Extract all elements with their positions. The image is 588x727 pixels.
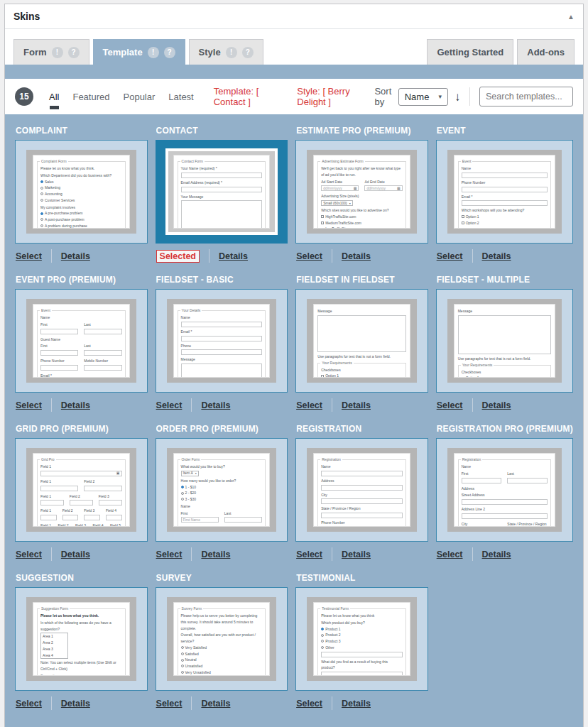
filter-all[interactable]: All — [49, 92, 59, 102]
details-link[interactable]: Details — [342, 699, 371, 709]
preview-label: Last — [224, 510, 262, 517]
details-link[interactable]: Details — [201, 699, 230, 709]
preview-fieldset: Complaint FormPlease let us know what yo… — [37, 161, 126, 229]
template-thumbnail: Complaint FormPlease let us know what yo… — [15, 140, 148, 244]
card-title: GRID PRO (PREMIUM) — [16, 424, 148, 434]
preview-input — [321, 652, 403, 657]
radio-icon — [40, 187, 43, 190]
radio-icon — [181, 671, 184, 674]
details-link[interactable]: Details — [61, 400, 90, 410]
links-divider — [191, 547, 192, 561]
tab-label: Getting Started — [437, 47, 503, 58]
details-link[interactable]: Details — [61, 699, 90, 709]
template-card-contact: CONTACTContact FormYour Name (required) … — [156, 126, 288, 263]
details-link[interactable]: Details — [61, 251, 90, 261]
card-title: CONTACT — [156, 126, 288, 136]
tab-add-ons[interactable]: Add-ons — [517, 39, 575, 65]
preview-column: Field 1 — [40, 507, 57, 522]
alert-badge-icon[interactable]: ! — [226, 47, 237, 58]
preview-label: Advertising Size (pixels) — [321, 193, 403, 199]
help-badge-icon[interactable]: ? — [68, 47, 80, 58]
form-preview: Grid ProField 1▣Field 1Field 2Field 1Fie… — [33, 453, 130, 527]
collapse-icon[interactable]: ▲ — [567, 13, 575, 21]
help-badge-icon[interactable]: ? — [164, 47, 175, 58]
select-link[interactable]: Select — [296, 400, 322, 410]
card-links: SelectDetails — [436, 249, 573, 263]
tabs-right: Getting StartedAdd-ons — [427, 39, 575, 65]
card-links: SelectDetails — [15, 398, 148, 412]
preview-radio: A pre-purchase problem — [40, 210, 122, 217]
select-link[interactable]: Select — [437, 400, 463, 410]
card-title: REGISTRATION — [296, 424, 428, 434]
template-thumbnail: RegistrationNameFirstLastAddressStreet A… — [436, 438, 573, 542]
template-card-registration-pro-premium: REGISTRATION PRO (PREMIUM)RegistrationNa… — [436, 424, 573, 561]
option-label: Unsatisfied — [185, 663, 203, 669]
select-link[interactable]: Select — [296, 251, 322, 261]
preview-columns: Field 1Field 2Field 3Field 4Field 5 — [40, 522, 122, 527]
help-badge-icon[interactable]: ? — [242, 47, 254, 58]
sort-direction-icon[interactable]: ↓ — [454, 91, 461, 103]
details-link[interactable]: Details — [482, 550, 511, 559]
tab-style[interactable]: Style!? — [189, 39, 263, 65]
panel-title: Skins — [13, 11, 40, 22]
select-link[interactable]: Select — [296, 550, 322, 559]
preview-input — [321, 513, 403, 518]
preview-legend: Suggestion Form — [40, 606, 70, 612]
filter-latest[interactable]: Latest — [168, 92, 193, 102]
form-preview: Suggestion FormPlease let us know what y… — [33, 602, 130, 676]
template-thumbnail: Advertising Estimate FormWe'll get back … — [295, 140, 428, 244]
preview-label: Ad Start Date — [321, 179, 359, 185]
tab-form[interactable]: Form!? — [13, 39, 89, 65]
form-preview: EventNameFirstLastGuest NameFirstLastPho… — [33, 304, 130, 378]
select-link[interactable]: Select — [156, 400, 183, 410]
sort-select[interactable]: Name ▾ — [398, 88, 448, 106]
checkbox-icon — [462, 377, 464, 378]
filter-featured[interactable]: Featured — [72, 92, 109, 102]
select-link[interactable]: Select — [156, 699, 183, 709]
preview-column: First — [40, 321, 78, 336]
select-link[interactable]: Select — [16, 400, 42, 410]
details-link[interactable]: Details — [342, 251, 371, 261]
checkbox-icon — [462, 222, 464, 224]
tab-getting-started[interactable]: Getting Started — [427, 39, 513, 65]
card-title: REGISTRATION PRO (PREMIUM) — [437, 424, 573, 434]
current-selection: Template: [ Contact ]Style: [ Berry Deli… — [214, 86, 375, 107]
preview-label: My complaint involves — [40, 204, 122, 211]
details-link[interactable]: Details — [482, 251, 511, 261]
card-title: ESTIMATE PRO (PREMIUM) — [296, 126, 428, 136]
preview-label: In which of the following areas do you h… — [40, 620, 122, 633]
alert-badge-icon[interactable]: ! — [52, 47, 63, 58]
preview-label: Checkboxes — [462, 369, 548, 376]
preview-column: Last — [84, 342, 121, 357]
select-link[interactable]: Select — [296, 699, 322, 709]
preview-label: Ad End Date — [364, 179, 402, 185]
form-preview: RegistrationNameAddressCityState / Provi… — [313, 453, 410, 527]
option-label: HighTrafficSite.com — [325, 214, 356, 220]
details-link[interactable]: Details — [342, 400, 371, 410]
details-link[interactable]: Details — [201, 400, 230, 410]
details-link[interactable]: Details — [219, 251, 248, 261]
details-link[interactable]: Details — [61, 550, 90, 559]
filter-popular[interactable]: Popular — [124, 92, 156, 102]
details-link[interactable]: Details — [482, 400, 511, 410]
preview-column: First — [462, 470, 502, 485]
select-link[interactable]: Select — [16, 251, 42, 261]
details-link[interactable]: Details — [201, 550, 230, 559]
select-link[interactable]: Select — [437, 251, 463, 261]
preview-column: Field 1 — [40, 522, 53, 527]
preview-label: Last — [84, 322, 121, 328]
details-link[interactable]: Details — [342, 550, 371, 559]
form-preview: Your DetailsNameEmail *PhoneMessage — [173, 304, 271, 378]
preview-column: Field 5 — [110, 522, 122, 527]
alert-badge-icon[interactable]: ! — [148, 47, 159, 58]
tab-template[interactable]: Template!? — [93, 39, 185, 65]
select-link[interactable]: Select — [16, 550, 42, 559]
preview-textarea — [181, 200, 263, 229]
preview-checkbox: HighTrafficSite.com — [321, 214, 403, 220]
preview-column: Ad Start Datedd/mm/yyyy▦ — [321, 178, 359, 193]
preview-columns: Field 1Field 2Field 3 — [40, 493, 122, 508]
select-link[interactable]: Select — [437, 550, 463, 559]
search-input[interactable] — [479, 87, 573, 106]
select-link[interactable]: Select — [156, 550, 183, 559]
select-link[interactable]: Select — [16, 699, 42, 709]
